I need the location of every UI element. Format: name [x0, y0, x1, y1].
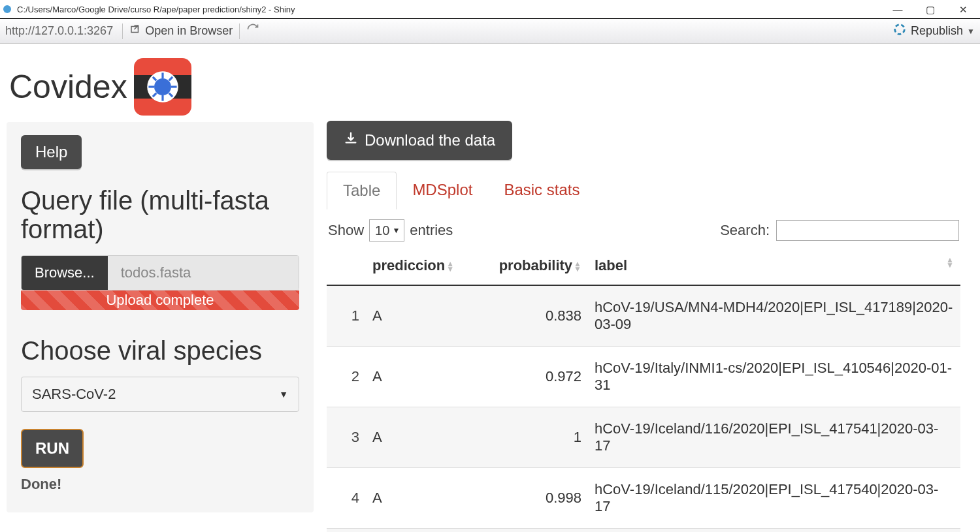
toolbar-separator: [122, 23, 123, 39]
tab-table[interactable]: Table: [327, 172, 397, 210]
address-url: http://127.0.0.1:3267: [5, 24, 113, 38]
file-input: Browse... todos.fasta: [21, 255, 299, 290]
upload-progress-bar: Upload complete: [21, 290, 299, 310]
window-titlebar: C:/Users/Marco/Google Drive/curso R/ape/…: [0, 0, 980, 19]
download-label: Download the data: [365, 131, 495, 149]
refresh-icon[interactable]: [246, 23, 259, 39]
cell-label: hCoV-19/Iceland/116/2020|EPI_ISL_417541|…: [588, 407, 960, 468]
cell-prediccion: A: [366, 407, 483, 468]
svg-point-4: [154, 78, 171, 95]
maximize-icon[interactable]: ▢: [923, 5, 938, 14]
species-selected-value: SARS-CoV-2: [32, 386, 116, 403]
sort-icon: ▲▼: [946, 257, 954, 268]
species-select[interactable]: SARS-CoV-2 ▼: [21, 377, 299, 412]
cell-label: hCoV-19/USA/MN4-MDH4/2020|EPI_ISL_417189…: [588, 285, 960, 347]
sort-icon: ▲▼: [446, 261, 454, 272]
col-header-prediccion[interactable]: prediccion▲▼: [366, 247, 483, 285]
svg-point-0: [3, 5, 11, 13]
republish-icon: [892, 22, 907, 40]
status-text: Done!: [21, 476, 299, 493]
col-header-probability[interactable]: probability▲▼: [483, 247, 588, 285]
close-icon[interactable]: ✕: [955, 5, 971, 14]
entries-value: 10: [375, 223, 389, 238]
cell-probability: 0.972: [483, 347, 588, 407]
tab-mdsplot[interactable]: MDSplot: [397, 172, 488, 210]
sort-icon: ▲▼: [574, 261, 581, 272]
cell-index: 1: [327, 285, 366, 347]
species-heading: Choose viral species: [21, 336, 299, 365]
col-header-index[interactable]: [327, 247, 366, 285]
tab-basic-stats[interactable]: Basic stats: [488, 172, 595, 210]
cell-prediccion: A: [366, 285, 483, 347]
cell-label: hCoV-19/Italy/INMI1-cs/2020|EPI_ISL_4105…: [588, 347, 960, 407]
filename-display: todos.fasta: [108, 256, 299, 290]
window-title: C:/Users/Marco/Google Drive/curso R/ape/…: [17, 5, 883, 14]
open-in-browser-button[interactable]: Open in Browser: [129, 23, 233, 39]
svg-point-2: [895, 25, 905, 35]
results-table: prediccion▲▼ probability▲▼ label▲▼ 1A0.8…: [327, 247, 960, 532]
chevron-down-icon[interactable]: ▼: [967, 27, 975, 36]
query-file-heading: Query file (multi-fasta format): [21, 186, 299, 243]
search-label: Search:: [720, 222, 770, 239]
search-input[interactable]: [776, 220, 959, 241]
download-icon: [344, 131, 358, 149]
table-row: 1A0.838hCoV-19/USA/MN4-MDH4/2020|EPI_ISL…: [327, 285, 960, 347]
cell-label: hCoV-19/Iceland/115/2020|EPI_ISL_417540|…: [588, 468, 960, 529]
cell-index: 4: [327, 468, 366, 529]
toolbar-separator: [239, 23, 240, 39]
cell-index: 5: [327, 529, 366, 533]
cell-probability: 0.838: [483, 285, 588, 347]
cell-label: hCoV-19/Iceland/120/2020|EPI_ISL_417545|…: [588, 529, 960, 533]
table-row: 3A1hCoV-19/Iceland/116/2020|EPI_ISL_4175…: [327, 407, 960, 468]
rstudio-toolbar: http://127.0.0.1:3267 Open in Browser Re…: [0, 19, 980, 44]
help-button[interactable]: Help: [21, 135, 82, 169]
tabset: Table MDSplot Basic stats: [327, 172, 960, 210]
cell-probability: [483, 529, 588, 533]
table-row: 2A0.972hCoV-19/Italy/INMI1-cs/2020|EPI_I…: [327, 347, 960, 407]
cell-prediccion: A: [366, 529, 483, 533]
app-title: Covidex: [9, 68, 127, 106]
table-row: 5AhCoV-19/Iceland/120/2020|EPI_ISL_41754…: [327, 529, 960, 533]
cell-probability: 1: [483, 407, 588, 468]
cell-prediccion: A: [366, 468, 483, 529]
app-logo: [134, 58, 191, 116]
show-label: Show: [328, 222, 364, 239]
republish-button[interactable]: Republish: [911, 24, 963, 38]
app-window-icon: [3, 4, 13, 14]
sidebar-panel: Help Query file (multi-fasta format) Bro…: [7, 122, 314, 512]
entries-label: entries: [410, 222, 453, 239]
cell-probability: 0.998: [483, 468, 588, 529]
browse-button[interactable]: Browse...: [22, 256, 108, 290]
chevron-down-icon: ▼: [279, 389, 288, 399]
run-button[interactable]: RUN: [21, 429, 84, 468]
cell-index: 2: [327, 347, 366, 407]
minimize-icon[interactable]: —: [890, 5, 906, 14]
popout-icon: [129, 23, 141, 39]
cell-prediccion: A: [366, 347, 483, 407]
entries-select[interactable]: 10: [369, 219, 404, 242]
table-row: 4A0.998hCoV-19/Iceland/115/2020|EPI_ISL_…: [327, 468, 960, 529]
col-header-label[interactable]: label▲▼: [588, 247, 960, 285]
download-data-button[interactable]: Download the data: [327, 121, 512, 160]
cell-index: 3: [327, 407, 366, 468]
open-in-browser-label: Open in Browser: [145, 24, 233, 38]
